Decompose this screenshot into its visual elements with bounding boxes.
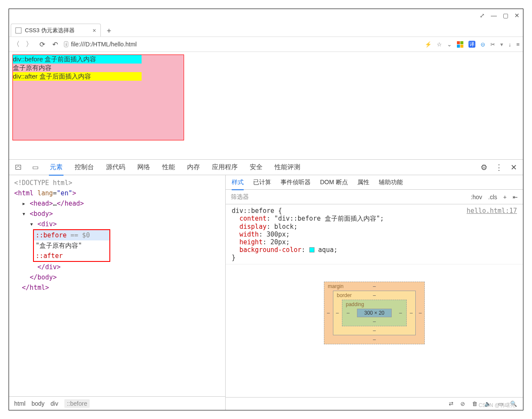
breadcrumb-body[interactable]: body: [31, 400, 44, 407]
rule-source-link[interactable]: hello.html:17: [467, 207, 517, 215]
scissors-icon[interactable]: ✂: [490, 41, 495, 48]
box-padding-label: padding: [346, 301, 364, 307]
browser-tab[interactable]: CSS3 伪元素选择器 ×: [11, 24, 101, 36]
nav-undo-icon[interactable]: ↶: [51, 40, 59, 49]
devtools-tab-performance[interactable]: 性能: [161, 160, 176, 175]
styles-tabs: 样式 已计算 事件侦听器 DOM 断点 属性 辅助功能: [226, 175, 523, 190]
dom-tree[interactable]: <!DOCTYPE html> <html lang="en"> ▸ <head…: [9, 175, 225, 396]
styles-tab-dombreak[interactable]: DOM 断点: [320, 179, 348, 186]
box-model-area: margin – – – – border – – – –: [226, 264, 523, 397]
box-model[interactable]: margin – – – – border – – – –: [324, 282, 425, 344]
devtools-settings-icon[interactable]: ⚙: [481, 163, 487, 172]
devtools-tab-security[interactable]: 安全: [249, 160, 263, 175]
styles-filter-input[interactable]: 筛选器: [231, 193, 249, 201]
microsoft-icon[interactable]: [457, 41, 463, 48]
browser-window: ⤢ — ▢ ✕ CSS3 伪元素选择器 × + 〈 〉 ⟳ ↶ i file:/…: [9, 9, 523, 410]
demo-before-pseudo: div::before 盒子前面插入内容: [13, 55, 142, 64]
devtools-more-icon[interactable]: ⋮: [495, 163, 503, 172]
dom-html-close[interactable]: </html>: [14, 282, 225, 293]
styles-filterbar: 筛选器 :hov .cls + ⇤: [226, 190, 523, 204]
tab-close-icon[interactable]: ×: [93, 27, 96, 34]
site-info-icon[interactable]: i: [64, 41, 68, 47]
window-maximize-icon[interactable]: ▢: [503, 12, 508, 19]
breadcrumb-before[interactable]: ::before: [64, 399, 90, 408]
styles-tab-computed[interactable]: 已计算: [253, 179, 271, 186]
breadcrumb-html[interactable]: html: [14, 400, 25, 407]
dom-breadcrumb: html body div ::before: [9, 396, 225, 410]
window-close-icon[interactable]: ✕: [514, 12, 520, 19]
box-margin-label: margin: [328, 283, 344, 289]
translate-icon[interactable]: 译: [469, 41, 475, 48]
devtools-tab-application[interactable]: 应用程序: [211, 160, 239, 175]
flash-icon[interactable]: ⚡: [425, 41, 432, 48]
new-tab-button[interactable]: +: [103, 25, 115, 36]
window-expand-icon[interactable]: ⤢: [480, 12, 485, 19]
expand-panel-icon[interactable]: ⇤: [513, 194, 518, 200]
styles-tab-a11y[interactable]: 辅助功能: [379, 179, 403, 186]
devtools-tab-audits[interactable]: 性能评测: [274, 160, 301, 175]
styles-tab-styles[interactable]: 样式: [232, 179, 244, 186]
browser-tabbar: CSS3 伪元素选择器 × +: [9, 22, 523, 36]
devtools-tab-sources[interactable]: 源代码: [105, 160, 126, 175]
dom-div-open[interactable]: ▾ <div>: [14, 219, 225, 229]
device-toggle-icon[interactable]: ▭: [32, 163, 39, 171]
devtools-tab-elements[interactable]: 元素: [49, 160, 63, 175]
dom-text-node[interactable]: "盒子原有内容": [36, 240, 108, 251]
styles-panel: 样式 已计算 事件侦听器 DOM 断点 属性 辅助功能 筛选器 :hov .cl…: [226, 175, 523, 410]
nav-reload-icon[interactable]: ⟳: [38, 40, 46, 49]
page-viewport: div::before 盒子前面插入内容 盒子原有内容 div::after 盒…: [9, 52, 523, 159]
nav-back-icon[interactable]: 〈: [12, 40, 20, 49]
box-border-label: border: [337, 292, 352, 298]
dom-div-close[interactable]: </div>: [14, 262, 225, 272]
rule-close: }: [232, 254, 517, 261]
demo-original-content: 盒子原有内容: [13, 64, 184, 72]
devtools-tabs: ⮹ ▭ 元素 控制台 源代码 网络 性能 内存 应用程序 安全 性能评测 ⚙ ⋮…: [9, 160, 523, 175]
address-bar[interactable]: i file:///D:/HTML/hello.html: [64, 41, 420, 48]
styles-tab-listeners[interactable]: 事件侦听器: [281, 179, 311, 186]
styles-tab-props[interactable]: 属性: [357, 179, 369, 186]
devtools-tab-memory[interactable]: 内存: [186, 160, 201, 175]
cls-button[interactable]: .cls: [488, 194, 497, 200]
demo-box: div::before 盒子前面插入内容 盒子原有内容 div::after 盒…: [12, 55, 184, 140]
dom-panel: <!DOCTYPE html> <html lang="en"> ▸ <head…: [9, 175, 226, 410]
devtools-tab-console[interactable]: 控制台: [74, 160, 95, 175]
download-icon[interactable]: ↓: [508, 41, 511, 48]
status-icon[interactable]: ⊘: [460, 401, 465, 407]
color-swatch-icon[interactable]: [309, 247, 314, 252]
breadcrumb-div[interactable]: div: [51, 400, 58, 407]
menu-icon[interactable]: ≡: [516, 41, 520, 48]
dom-before-pseudo[interactable]: ::before == $0: [34, 230, 109, 240]
box-content-size: 300 × 20: [357, 309, 392, 317]
browser-navbar: 〈 〉 ⟳ ↶ i file:///D:/HTML/hello.html ⚡ ☆…: [9, 36, 523, 52]
hov-button[interactable]: :hov: [471, 194, 482, 200]
dom-html-open[interactable]: <html lang="en">: [14, 188, 225, 198]
window-minimize-icon[interactable]: —: [491, 12, 497, 19]
window-titlebar: ⤢ — ▢ ✕: [9, 9, 523, 22]
block-icon[interactable]: ⊝: [481, 41, 485, 48]
favorite-icon[interactable]: ☆: [437, 41, 442, 48]
highlight-box: ::before == $0 "盒子原有内容" ::after: [33, 229, 110, 262]
url-text: file:///D:/HTML/hello.html: [71, 41, 136, 48]
watermark: CSDN @韩曙亮: [478, 402, 515, 409]
dom-body-close[interactable]: </body>: [14, 272, 225, 282]
dom-doctype[interactable]: <!DOCTYPE html>: [14, 178, 225, 188]
devtools-close-icon[interactable]: ✕: [511, 163, 517, 172]
status-icon[interactable]: 🗑: [472, 401, 478, 407]
status-icon[interactable]: ⇄: [449, 401, 453, 407]
dom-body-open[interactable]: ▾ <body>: [14, 209, 225, 219]
nav-forward-icon[interactable]: 〉: [25, 40, 33, 49]
devtools-panel: ⮹ ▭ 元素 控制台 源代码 网络 性能 内存 应用程序 安全 性能评测 ⚙ ⋮…: [9, 159, 523, 410]
inspect-icon[interactable]: ⮹: [15, 164, 22, 171]
dom-head[interactable]: ▸ <head>…</head>: [14, 198, 225, 209]
css-rule[interactable]: hello.html:17 div::before { content: "di…: [226, 204, 523, 264]
dom-after-pseudo[interactable]: ::after: [36, 251, 108, 261]
page-favicon-icon: [15, 27, 21, 33]
add-rule-button[interactable]: +: [503, 194, 507, 200]
tab-title: CSS3 伪元素选择器: [25, 27, 75, 34]
devtools-tab-network[interactable]: 网络: [136, 160, 151, 175]
chevron-down-icon[interactable]: ⌄: [447, 41, 452, 48]
demo-after-pseudo: div::after 盒子后面插入内容: [13, 72, 142, 81]
